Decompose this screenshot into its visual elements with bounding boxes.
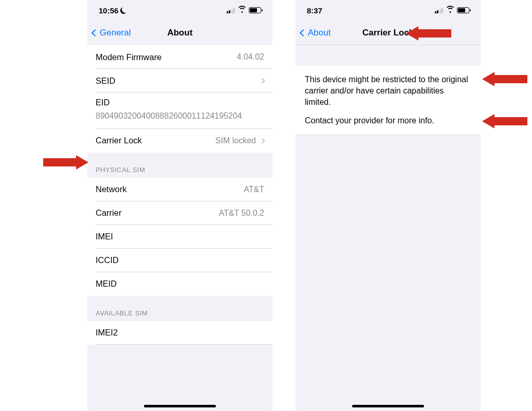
annotation-arrow-icon bbox=[482, 72, 527, 86]
page-title: About bbox=[167, 28, 192, 38]
about-list: Modem Firmware 4.04.02 SEID EID 89049032… bbox=[87, 45, 272, 153]
physical-sim-list: Network AT&T Carrier AT&T 50.0.2 IMEI IC… bbox=[87, 178, 272, 296]
list-gap bbox=[87, 345, 272, 350]
row-carrier[interactable]: Carrier AT&T 50.0.2 bbox=[87, 201, 272, 225]
status-bar: 8:37 bbox=[296, 0, 481, 21]
carrier-lock-info: This device might be restricted to the o… bbox=[296, 66, 481, 135]
wifi-icon bbox=[446, 7, 454, 13]
status-time: 10:56 bbox=[99, 6, 118, 15]
back-button[interactable]: General bbox=[93, 28, 131, 38]
row-carrier-lock[interactable]: Carrier Lock SIM locked bbox=[87, 129, 272, 153]
row-label: Carrier Lock bbox=[96, 136, 142, 145]
row-value: AT&T 50.0.2 bbox=[219, 209, 264, 218]
chevron-left-icon bbox=[300, 29, 307, 36]
battery-icon bbox=[249, 7, 261, 13]
row-label: EID bbox=[96, 98, 110, 107]
row-seid[interactable]: SEID bbox=[87, 69, 272, 92]
annotation-arrow-icon bbox=[482, 114, 527, 128]
chevron-right-icon bbox=[259, 78, 265, 83]
row-label: Carrier bbox=[96, 208, 121, 218]
status-bar: 10:56 bbox=[87, 0, 272, 21]
carrier-lock-screen: 8:37 About Carrier Lock This device migh… bbox=[296, 0, 481, 411]
row-label: IMEI2 bbox=[96, 328, 118, 338]
cellular-signal-icon bbox=[227, 8, 235, 13]
back-label: General bbox=[100, 28, 131, 38]
row-value: 89049032004008882600011124195204 bbox=[96, 110, 264, 122]
nav-bar: About Carrier Lock bbox=[296, 21, 481, 45]
annotation-arrow-icon bbox=[43, 155, 88, 170]
row-iccid[interactable]: ICCID bbox=[87, 249, 272, 272]
row-network[interactable]: Network AT&T bbox=[87, 178, 272, 201]
row-meid[interactable]: MEID bbox=[87, 272, 272, 296]
row-imei2[interactable]: IMEI2 bbox=[87, 321, 272, 345]
nav-bar: General About bbox=[87, 21, 272, 45]
row-value: AT&T bbox=[244, 185, 264, 194]
cellular-signal-icon bbox=[435, 8, 444, 13]
chevron-right-icon bbox=[259, 138, 265, 143]
chevron-left-icon bbox=[91, 29, 99, 36]
home-indicator[interactable] bbox=[144, 405, 216, 407]
status-time: 8:37 bbox=[307, 6, 322, 15]
page-title: Carrier Lock bbox=[362, 28, 414, 38]
row-label: MEID bbox=[96, 279, 117, 289]
about-screen: 10:56 General About Modem Firmware 4.04.… bbox=[87, 0, 272, 411]
available-sim-list: IMEI2 bbox=[87, 321, 272, 345]
home-indicator[interactable] bbox=[352, 405, 424, 407]
row-imei[interactable]: IMEI bbox=[87, 225, 272, 249]
row-label: Modem Firmware bbox=[96, 52, 161, 62]
carrier-lock-paragraph-2: Contact your provider for more info. bbox=[305, 115, 471, 126]
row-label: Network bbox=[96, 184, 127, 194]
wifi-icon bbox=[237, 7, 246, 13]
section-header-available-sim: Available SIM bbox=[87, 296, 272, 321]
section-header-physical-sim: Physical SIM bbox=[87, 153, 272, 178]
dnd-moon-icon bbox=[120, 7, 127, 14]
row-label: SEID bbox=[96, 76, 116, 86]
row-modem-firmware[interactable]: Modem Firmware 4.04.02 bbox=[87, 45, 272, 69]
row-label: IMEI bbox=[96, 232, 113, 241]
row-value: SIM locked bbox=[215, 136, 256, 145]
carrier-lock-paragraph-1: This device might be restricted to the o… bbox=[305, 74, 471, 108]
back-label: About bbox=[308, 28, 331, 38]
battery-icon bbox=[457, 7, 469, 13]
row-value: 4.04.02 bbox=[237, 52, 264, 62]
row-label: ICCID bbox=[96, 255, 119, 265]
back-button[interactable]: About bbox=[301, 28, 331, 38]
row-eid[interactable]: EID 89049032004008882600011124195204 bbox=[87, 92, 272, 129]
